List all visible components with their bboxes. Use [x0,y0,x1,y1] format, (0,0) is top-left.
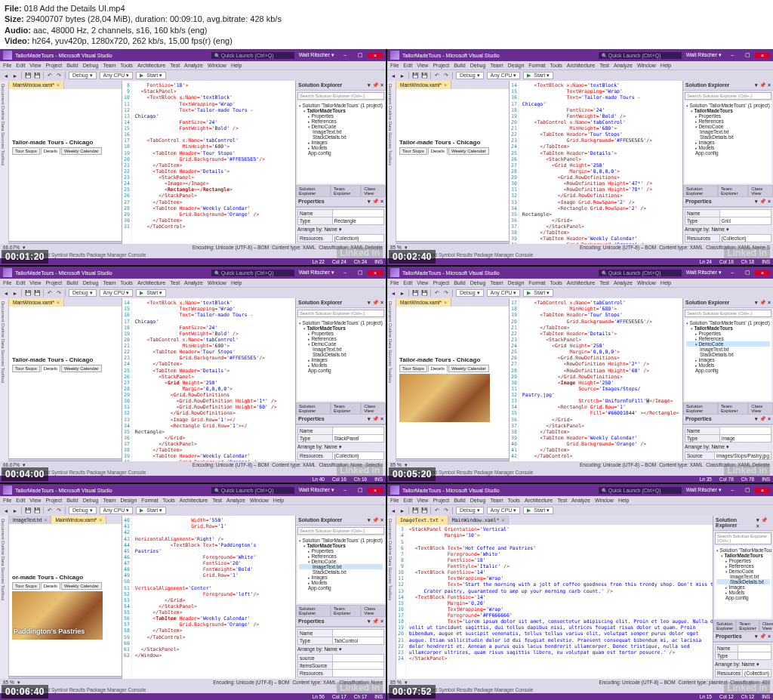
subtab[interactable]: Class View [361,185,386,197]
save-icon[interactable]: 💾 [25,507,31,513]
menu-item[interactable]: Architecture [567,63,595,68]
maximize-button[interactable]: ▢ [740,270,755,276]
start-button[interactable]: Start ▾ [523,72,553,79]
menu-item[interactable]: Team [490,63,503,68]
menu-item[interactable]: Architecture [180,498,208,503]
nav-back-icon[interactable]: ◄ [390,508,396,513]
code-editor[interactable]: ImageText.txt×MainWindow.xaml*×345678910… [396,516,713,679]
subtab[interactable]: Class View [759,620,773,632]
pin-icon[interactable]: ▾ 📌 × [755,634,771,640]
properties-grid[interactable]: Name TypeTabControl Arrange by: Name ▾ s… [296,627,386,679]
menu-item[interactable]: Test [170,63,180,68]
menu-item[interactable]: Help [661,280,671,285]
start-button[interactable]: Start ▾ [136,72,166,79]
menu-item[interactable]: Build [454,280,466,285]
subtab[interactable]: Team Explorer [736,620,759,632]
code-editor[interactable]: 4041424344454647484950515253545556575859… [122,516,295,679]
subtab[interactable]: Solution Explorer [683,402,718,415]
minimize-button[interactable]: − [337,488,353,493]
user-sign-in[interactable]: Walt Ritscher ▾ [686,487,722,493]
config-dropdown[interactable]: Debug ▾ [69,507,97,514]
menu-item[interactable]: Help [231,280,242,285]
preview-tab[interactable]: Weekly Calendar [61,147,102,155]
preview-tab[interactable]: Details [41,582,60,590]
left-dock-tabs[interactable]: Document Outline Data Sources Toolbox [0,81,9,244]
subtab[interactable]: Solution Explorer [296,605,331,617]
menu-item[interactable]: Debug [470,280,486,285]
properties-grid[interactable]: Name TypeGrid Arrange by: Name ▾ Resourc… [683,207,773,244]
document-tab[interactable]: ImageText.txt× [9,516,51,524]
nav-forward-icon[interactable]: ► [12,291,18,296]
menu-item[interactable]: Team [103,63,115,68]
preview-tab[interactable]: Details [41,365,60,372]
bottom-toolwindow-tabs[interactable]: Error List Output Find Symbol Results Pa… [0,469,386,476]
pin-icon[interactable]: ▾ 📌 × [756,517,771,529]
menu-item[interactable]: Design [121,498,137,503]
nav-forward-icon[interactable]: ► [399,291,405,296]
platform-dropdown[interactable]: Any CPU ▾ [487,289,521,297]
subtab[interactable]: Team Explorer [718,185,748,197]
preview-tab[interactable]: Weekly Calendar [448,365,489,372]
close-tab-icon[interactable]: × [501,517,504,523]
quick-launch-input[interactable]: Quick Launch (Ctrl+Q) [599,52,682,59]
preview-tab[interactable]: Tour Stops [399,147,427,155]
menu-item[interactable]: File [390,498,399,503]
menu-item[interactable]: File [3,63,11,68]
nav-back-icon[interactable]: ◄ [390,291,396,296]
menu-item[interactable]: Analyze [614,63,633,68]
menu-item[interactable]: Format [528,63,545,68]
subtab[interactable]: Solution Explorer [713,620,736,632]
menu-item[interactable]: Architecture [137,280,165,285]
code-editor[interactable]: 1415161718192021222324252627282930313233… [122,298,295,461]
user-sign-in[interactable]: Walt Ritscher ▾ [299,52,334,58]
left-dock-tabs[interactable]: Document Outline Data Sources Toolbox [0,298,9,461]
document-tab[interactable]: MainWindow.xaml*× [396,81,451,89]
pin-icon[interactable]: ▾ 📌 × [755,199,771,205]
solution-search-input[interactable]: Search Solution Explorer (Ctrl+;) [297,527,384,535]
pin-icon[interactable]: ▾ 📌 × [368,517,383,523]
menu-item[interactable]: Team [103,498,115,503]
config-dropdown[interactable]: Debug ▾ [69,72,97,79]
bottom-toolwindow-tabs[interactable]: Error List Output Find Symbol Results Pa… [387,686,773,693]
bottom-toolwindow-tabs[interactable]: Error List Output Find Symbol Results Pa… [0,686,386,693]
menu-item[interactable]: Tools [121,63,133,68]
design-surface[interactable]: Tailor-made Tours - Chicago Tour StopsDe… [9,307,122,458]
undo-icon[interactable]: ↶ [434,507,440,513]
maximize-button[interactable]: ▢ [740,487,755,493]
menu-item[interactable]: Window [637,280,656,285]
maximize-button[interactable]: ▢ [353,487,368,493]
subtab[interactable]: Solution Explorer [296,402,331,415]
menu-item[interactable]: Analyze [614,280,633,285]
preview-tab[interactable]: Details [428,365,448,372]
subtab[interactable]: Class View [748,402,773,415]
menu-item[interactable]: File [390,63,399,68]
maximize-button[interactable]: ▢ [353,52,368,58]
subtab[interactable]: Team Explorer [718,402,748,415]
document-tab[interactable]: MainWindow.xaml*× [51,516,106,524]
menu-item[interactable]: Window [637,63,656,68]
design-surface[interactable]: or-made Tours - Chicago Tour StopsDetail… [9,524,122,676]
preview-tab[interactable]: Weekly Calendar [61,582,102,590]
pin-icon[interactable]: ▾ 📌 × [755,82,771,88]
close-tab-icon[interactable]: × [57,82,60,88]
menu-item[interactable]: Edit [16,63,25,68]
menu-item[interactable]: Test [212,498,222,503]
subtab[interactable]: Team Explorer [331,402,361,415]
menu-item[interactable]: Debug [470,63,486,68]
subtab[interactable]: Team Explorer [331,185,361,197]
preview-tab[interactable]: Weekly Calendar [448,147,489,155]
nav-forward-icon[interactable]: ► [12,73,18,79]
solution-tree[interactable]: Solution 'TailorMadeTours' (1 project) T… [685,101,771,183]
menu-item[interactable]: Debug [83,498,99,503]
menu-item[interactable]: Team [103,280,115,285]
properties-grid[interactable]: Name Type Arrange by: Name ▾ Resources(C… [713,642,773,679]
solution-search-input[interactable]: Search Solution Explorer (Ctrl+;) [297,310,384,317]
code-editor[interactable]: 8910111213141516171819202122232425262728… [122,81,295,244]
preview-tab[interactable]: Details [41,147,60,155]
save-all-icon[interactable]: 💾 [421,507,427,513]
menu-item[interactable]: Test [599,63,609,68]
document-tab[interactable]: MainWindow.xaml*× [9,298,64,307]
menu-item[interactable]: Project [45,63,62,68]
menu-item[interactable]: Design [508,280,525,285]
user-sign-in[interactable]: Walt Ritscher ▾ [686,52,722,58]
